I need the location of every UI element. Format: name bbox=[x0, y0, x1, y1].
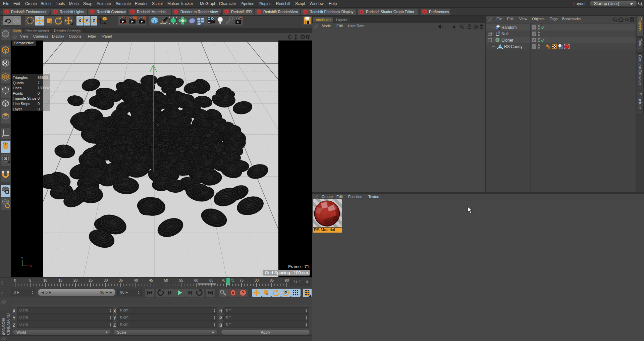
svg-text:15: 15 bbox=[58, 278, 62, 282]
svg-text:71: 71 bbox=[230, 278, 234, 282]
svg-text:25: 25 bbox=[89, 278, 93, 282]
svg-text:S: S bbox=[4, 156, 7, 161]
svg-text:35: 35 bbox=[119, 278, 123, 282]
svg-text:5: 5 bbox=[29, 278, 31, 282]
svg-text:30: 30 bbox=[104, 278, 108, 282]
svg-text:80: 80 bbox=[255, 278, 259, 282]
svg-text:Z: Z bbox=[93, 18, 95, 23]
svg-text:Y: Y bbox=[86, 18, 89, 23]
svg-text:65: 65 bbox=[209, 278, 213, 282]
svg-text:40: 40 bbox=[134, 278, 138, 282]
svg-text:Y: Y bbox=[21, 256, 23, 260]
svg-text:X: X bbox=[78, 18, 82, 23]
svg-text:?: ? bbox=[241, 290, 244, 295]
svg-text:P: P bbox=[284, 291, 287, 295]
svg-text:0: 0 bbox=[498, 31, 500, 35]
svg-text:50: 50 bbox=[164, 278, 168, 282]
svg-text:10: 10 bbox=[43, 278, 47, 282]
svg-text:75: 75 bbox=[239, 278, 244, 282]
svg-text:90: 90 bbox=[285, 278, 289, 282]
svg-text:55: 55 bbox=[179, 278, 183, 282]
svg-text:20: 20 bbox=[73, 278, 77, 282]
svg-text:60: 60 bbox=[194, 278, 198, 282]
svg-text:85: 85 bbox=[270, 278, 274, 282]
svg-text:0: 0 bbox=[14, 278, 16, 282]
svg-text:45: 45 bbox=[149, 278, 153, 282]
svg-text:X: X bbox=[30, 264, 32, 267]
svg-text:70: 70 bbox=[221, 278, 225, 282]
